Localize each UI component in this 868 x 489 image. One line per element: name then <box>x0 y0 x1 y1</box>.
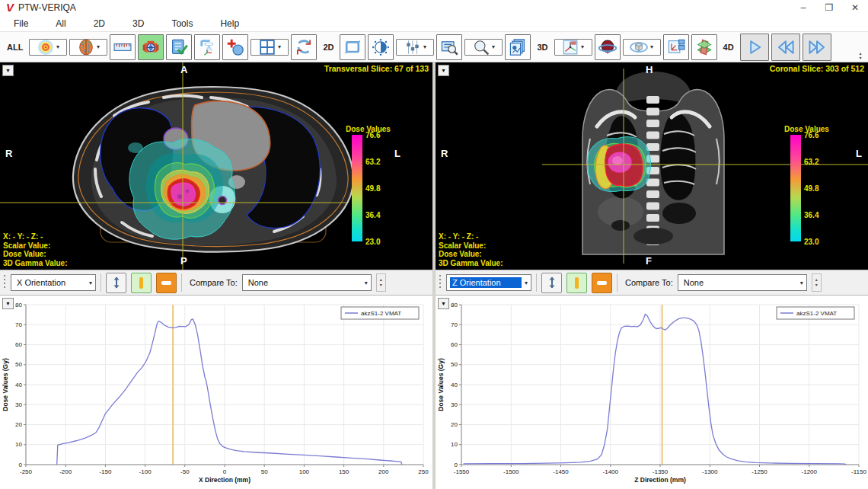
menu-all[interactable]: All <box>56 17 65 30</box>
chevron-down-icon: ▾ <box>492 43 495 50</box>
brain-icon <box>78 39 94 56</box>
svg-text:-1550: -1550 <box>454 468 470 475</box>
toolbar-group-4d-label: 4D <box>723 43 734 52</box>
colorbar-tick: 36.4 <box>804 211 819 219</box>
colorbar-gradient <box>352 135 362 241</box>
chart-options-dropdown[interactable]: ▼ <box>438 298 449 309</box>
cursor-status-readout: X: - Y: - Z: - Scalar Value: Dose Value:… <box>3 232 67 267</box>
svg-text:100: 100 <box>299 468 310 475</box>
svg-text:Z Direction (mm): Z Direction (mm) <box>634 476 686 484</box>
magnifier-icon <box>473 39 490 56</box>
marker-line-toggle[interactable] <box>131 273 152 293</box>
chevron-down-icon: ▾ <box>650 43 653 50</box>
crop-region-button[interactable] <box>340 34 365 60</box>
app-logo-icon: V <box>6 2 14 13</box>
chart-options-dropdown[interactable]: ▼ <box>2 298 14 309</box>
drag-handle[interactable] <box>3 275 6 290</box>
transversal-viewport[interactable]: ▼ Transversal Slice: 67 of 133 A P R L D… <box>0 62 432 270</box>
drag-handle[interactable] <box>439 275 442 290</box>
colorbar-tick: 23.0 <box>804 238 819 246</box>
svg-text:-200: -200 <box>59 468 72 475</box>
add-point-button[interactable] <box>222 34 248 60</box>
orientation-axes-button[interactable]: ▾ <box>554 39 592 56</box>
chevron-down-icon: ▾ <box>278 43 281 50</box>
horizontal-marker-icon <box>161 281 171 285</box>
layout-grid-button[interactable]: ▾ <box>251 39 289 56</box>
play-button[interactable] <box>740 34 769 61</box>
colorbar-tick: 36.4 <box>365 211 380 219</box>
compare-spinner[interactable]: ▴▾ <box>812 273 822 292</box>
x-profile-chart[interactable]: -250-200-150-100-50050100150200250010203… <box>0 296 432 486</box>
contrast-icon <box>372 38 390 56</box>
svg-text:-100: -100 <box>139 468 152 475</box>
slice-planes-button[interactable] <box>691 34 717 60</box>
orientation-select[interactable]: Z Orientation ▾ <box>446 274 531 291</box>
step-forward-button[interactable] <box>803 34 831 61</box>
vertical-marker-icon <box>575 277 579 289</box>
image-display-button[interactable]: ▾ <box>69 39 107 56</box>
maximize-button[interactable]: ❐ <box>816 0 842 15</box>
cube-orbit-icon <box>630 39 648 56</box>
ruler-icon <box>113 41 132 53</box>
flip-profile-button[interactable] <box>541 273 562 293</box>
menu-file[interactable]: File <box>14 17 28 30</box>
checklist-icon <box>170 38 188 56</box>
close-button[interactable]: ✕ <box>842 0 868 15</box>
step-back-button[interactable] <box>771 34 800 61</box>
svg-text:70: 70 <box>451 321 458 328</box>
horizontal-profile-toggle[interactable] <box>156 273 177 293</box>
vertical-double-arrow-icon <box>546 276 558 289</box>
svg-text:50: 50 <box>451 361 458 368</box>
toolbar-group-all-label: ALL <box>7 43 23 52</box>
svg-text:-1250: -1250 <box>752 468 767 475</box>
compare-spinner[interactable]: ▴▾ <box>376 273 386 292</box>
profile-lines-button[interactable]: ▾ <box>396 39 434 56</box>
orientation-select[interactable]: X Orientation ▾ <box>11 274 96 291</box>
z-profile-chart[interactable]: -1550-1500-1450-1400-1350-1300-1250-1200… <box>436 296 868 486</box>
loupe-button[interactable] <box>436 34 462 60</box>
colorbar-tick: 76.6 <box>804 131 819 139</box>
orientation-anterior-label: A <box>180 64 187 75</box>
menu-2d[interactable]: 2D <box>94 17 105 30</box>
coronal-viewport[interactable]: ▼ Coronal Slice: 303 of 512 H F R L Dose… <box>436 62 868 270</box>
beam-geometry-button[interactable] <box>194 34 220 60</box>
compare-to-select[interactable]: None ▾ <box>678 274 807 291</box>
svg-text:-1200: -1200 <box>802 468 818 475</box>
svg-text:-1400: -1400 <box>603 468 619 475</box>
surface-render-button[interactable] <box>595 34 621 60</box>
chevron-down-icon: ▾ <box>365 280 368 286</box>
colorbar-tick: 49.8 <box>804 184 819 193</box>
svg-text:70: 70 <box>15 321 22 328</box>
vertical-marker-icon <box>139 277 143 289</box>
report-pages-button[interactable] <box>505 34 531 60</box>
dose-rings-icon <box>37 39 54 56</box>
rotate-3d-button[interactable]: ▾ <box>623 39 661 56</box>
toolbar-overflow-button[interactable]: ▴▾ <box>856 34 865 60</box>
colorbar-tick: 76.6 <box>365 131 380 139</box>
viewport-options-dropdown[interactable]: ▼ <box>438 65 449 76</box>
report-check-button[interactable] <box>166 34 192 60</box>
menu-help[interactable]: Help <box>220 17 239 30</box>
horizontal-profile-toggle[interactable] <box>592 273 612 293</box>
reset-view-button[interactable] <box>291 34 317 60</box>
orientation-right-label: R <box>5 148 12 159</box>
zoom-button[interactable]: ▾ <box>464 39 503 56</box>
window-level-button[interactable] <box>368 34 394 60</box>
gamma-analysis-button[interactable] <box>138 34 164 60</box>
ruler-button[interactable] <box>110 34 136 60</box>
menu-tools[interactable]: Tools <box>171 17 193 30</box>
svg-text:Dose Values (Gy): Dose Values (Gy) <box>2 358 9 411</box>
marker-line-toggle[interactable] <box>566 273 587 293</box>
scene-panels-icon <box>667 38 685 56</box>
viewport-options-dropdown[interactable]: ▼ <box>2 65 14 76</box>
orientation-posterior-label: P <box>180 255 187 267</box>
menu-3d[interactable]: 3D <box>132 17 144 30</box>
minimize-button[interactable]: – <box>790 0 816 15</box>
flip-profile-button[interactable] <box>106 273 126 293</box>
svg-text:10: 10 <box>451 441 458 448</box>
compare-to-select[interactable]: None ▾ <box>242 274 372 291</box>
toolbar-group-3d-label: 3D <box>537 43 547 52</box>
gamma-analysis-icon <box>142 38 160 56</box>
viewcube-panels-button[interactable] <box>663 34 689 60</box>
dose-display-button[interactable]: ▾ <box>29 39 67 56</box>
